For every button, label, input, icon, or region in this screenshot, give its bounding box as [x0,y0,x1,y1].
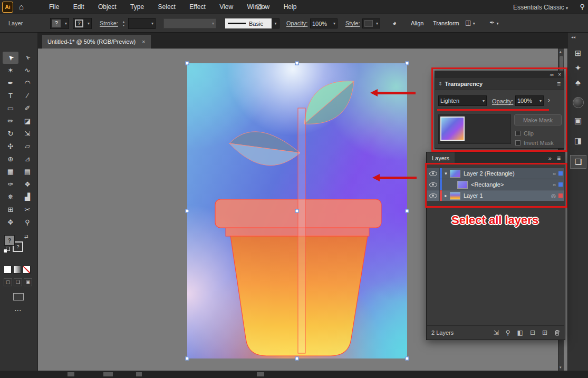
selection-handle-center[interactable] [295,209,299,213]
draw-behind-button[interactable]: ❏ [14,278,22,286]
panel-menu-icon[interactable]: ≡ [557,80,561,88]
color-panel-icon[interactable] [573,97,584,108]
opacity-arrow-icon[interactable]: › [548,96,550,104]
selection-indicator[interactable] [558,193,563,198]
eyedropper-tool[interactable]: ✑ [3,178,18,190]
menu-object[interactable]: Object [92,0,122,14]
workspace-name[interactable]: Essentials Classic ▾ [513,4,568,11]
stroke-swatch-combo[interactable]: ?▾ [73,18,92,29]
clip-checkbox[interactable]: Clip [515,130,534,137]
gradient-swatch-button[interactable] [13,266,21,274]
magic-wand-tool[interactable]: ✶ [3,64,18,76]
invert-mask-checkbox-box[interactable] [515,140,520,146]
column-graph-tool[interactable]: ▟ [20,191,35,203]
gradient-panel-icon[interactable]: ◨ [568,136,588,146]
layer-thumbnail[interactable] [450,192,460,200]
eraser-tool[interactable]: ◪ [20,115,35,127]
lasso-tool[interactable]: ∿ [20,64,35,76]
make-clip-mask-icon[interactable]: ◧ [517,329,523,336]
selection-handle-n[interactable] [295,62,299,65]
rotate-tool[interactable]: ↻ [3,128,18,140]
layer-row-rectangle[interactable]: <Rectangle> ○ [427,179,564,190]
target-icon[interactable]: ○ [553,171,556,177]
fill-color-box[interactable]: ? [4,235,15,246]
selection-handle-s[interactable] [295,357,299,361]
symbols-panel-icon[interactable]: ♣ [568,78,588,87]
new-sublayer-icon[interactable]: ⊟ [530,329,535,336]
opacity-label[interactable]: Opacity: [286,20,307,26]
type-tool[interactable]: T [3,90,18,102]
gradient-tool[interactable]: ▤ [20,166,35,178]
scroll-up-icon[interactable]: ▴ [560,50,562,54]
none-swatch-button[interactable] [23,266,31,274]
expand-chevron[interactable]: ▸ [442,193,450,198]
transform-button[interactable]: Transform [433,20,459,26]
line-segment-tool[interactable]: ∕ [20,90,35,102]
expand-chevron[interactable]: ▾ [442,171,450,176]
locate-object-icon[interactable]: ⚲ [506,329,510,336]
pen-tool[interactable]: ✒ [3,77,18,89]
style-combo[interactable]: ▾ [362,18,380,28]
workspace-switcher-icon[interactable]: ❏ ▾ [256,3,266,11]
target-icon[interactable]: ○ [553,182,556,188]
invert-mask-checkbox[interactable]: Invert Mask [515,140,554,146]
swatches-panel-icon[interactable]: ▣ [568,116,588,125]
align-button[interactable]: Align [411,20,423,26]
visibility-toggle[interactable] [427,190,440,201]
clip-checkbox-box[interactable] [515,131,520,136]
layer-row-layer2[interactable]: ▾ Layer 2 (Rectangle) ○ [427,168,564,179]
scroll-down-icon[interactable]: ▾ [560,365,562,370]
stroke-label[interactable]: Stroke: [100,20,118,26]
selection-handle-w[interactable] [186,209,189,213]
scale-tool[interactable]: ⇲ [20,128,35,140]
panel-tab-icon[interactable]: ⇕ [438,81,442,86]
close-panel-icon[interactable]: × [558,72,561,77]
selection-indicator[interactable] [558,182,563,187]
brush-definition-combo[interactable]: ▾ [163,18,216,28]
tab-close-icon[interactable]: × [142,38,145,45]
style-label[interactable]: Style: [345,20,360,26]
pot-lip[interactable] [226,228,369,236]
menu-select[interactable]: Select [152,0,181,14]
selection-indicator[interactable] [558,171,563,176]
transform-options-icon[interactable]: ◫ ▾ [465,19,475,26]
perspective-grid-tool[interactable]: ⊿ [20,153,35,165]
blend-tool[interactable]: ❖ [20,178,35,190]
bottom-bar-item[interactable] [103,372,113,376]
artboard-tool[interactable]: ⊞ [3,203,18,216]
opacity-combo[interactable]: 100%▾ [310,18,338,28]
dock-collapse-icon[interactable]: ◂◂ [571,35,575,40]
menu-view[interactable]: View [214,0,239,14]
layer-row-layer1[interactable]: ▸ Layer 1 ◎ [427,190,564,201]
mesh-tool[interactable]: ▦ [3,166,18,178]
transparency-tab[interactable]: Transparency [445,81,483,87]
recolor-artwork-icon[interactable]: ◕ [392,19,397,27]
menu-edit[interactable]: Edit [68,0,90,14]
home-icon[interactable]: ⌂ [19,2,24,11]
draw-normal-button[interactable]: ▢ [4,278,12,286]
selection-handle-ne[interactable] [406,62,409,65]
collapse-panel-icon[interactable]: ◂◂ [550,73,553,77]
menu-help[interactable]: Help [278,0,303,14]
layer-thumbnail[interactable] [457,181,468,189]
collect-export-icon[interactable]: ⇲ [494,329,499,336]
artboards-panel-icon[interactable]: ⊞ [568,49,588,58]
selection-handle-e[interactable] [406,209,409,213]
draw-inside-button[interactable]: ▣ [24,278,32,286]
stroke-width-combo[interactable]: ▾ [128,18,156,29]
delete-layer-icon[interactable] [554,329,560,336]
selection-handle-nw[interactable] [186,62,189,65]
layers-panel-icon-active[interactable]: ❏ [570,155,586,169]
stem[interactable] [298,108,305,353]
layer-name[interactable]: <Rectangle> [471,181,504,188]
visibility-toggle[interactable] [427,168,440,179]
panel-title-bar[interactable]: ◂◂ × [435,71,564,78]
pencil-tool[interactable]: ✏ [3,115,18,127]
menu-file[interactable]: File [43,0,65,14]
symbol-sprayer-tool[interactable]: ✵ [3,191,18,203]
layers-menu-icon[interactable]: ≡ [557,154,561,162]
bottom-bar[interactable] [0,371,588,378]
menu-effect[interactable]: Effect [184,0,211,14]
curvature-tool[interactable]: ◠ [20,77,35,89]
bottom-bar-item[interactable] [136,372,142,376]
